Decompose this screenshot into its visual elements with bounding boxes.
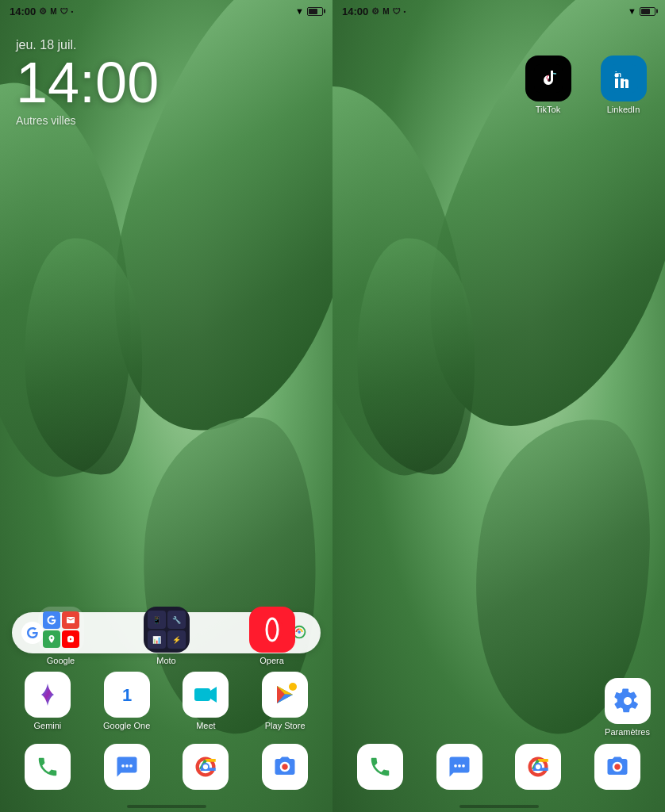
linkedin-label: LinkedIn (607, 105, 640, 114)
svg-point-25 (454, 764, 457, 768)
status-bar-left: 14:00 ⚙ M 🛡 • ▼ (0, 0, 332, 22)
maps-sub-icon (43, 630, 60, 648)
status-time-right: 14:00 (342, 6, 368, 17)
tiktok-label: TikTok (536, 105, 560, 114)
google-one-icon: 1 (104, 672, 150, 718)
app-opera[interactable]: Opera (242, 607, 302, 665)
bottom-dock-right (340, 737, 657, 796)
moto-sub-2: 🔧 (167, 611, 186, 629)
shield-icon-right: 🛡 (393, 7, 401, 16)
svg-point-10 (289, 683, 297, 691)
svg-rect-7 (194, 688, 210, 701)
app-google-folder[interactable]: Google (31, 607, 90, 665)
bottom-dock-left (8, 737, 325, 796)
google-folder-label: Google (47, 656, 75, 665)
dock-phone[interactable] (25, 744, 71, 790)
svg-point-2 (261, 619, 283, 641)
right-apps-top: TikTok in LinkedIn (518, 56, 653, 114)
motorola-icon-right: M (382, 7, 389, 16)
battery-icon-left (307, 7, 323, 16)
app-gemini[interactable]: Gemini (17, 672, 77, 730)
svg-point-11 (121, 764, 125, 768)
dot-icon-right: • (404, 8, 406, 15)
gmail-sub-icon (62, 611, 79, 629)
svg-point-23 (614, 74, 618, 78)
motorola-icon: M (50, 7, 56, 16)
youtube-sub-icon (62, 630, 79, 648)
battery-icon-right (640, 7, 655, 16)
status-bar-right: 14:00 ⚙ M 🛡 • ▼ (332, 0, 665, 22)
meet-label: Meet (196, 721, 215, 730)
play-store-icon (262, 672, 308, 718)
svg-point-17 (203, 764, 208, 769)
tiktok-icon (525, 56, 571, 102)
dock-camera[interactable] (262, 744, 308, 790)
app-meet[interactable]: Meet (176, 672, 236, 730)
dock-phone-right[interactable] (357, 744, 403, 790)
app-moto-folder[interactable]: 📱 🔧 📊 ⚡ Moto (136, 607, 196, 665)
gemini-icon (25, 672, 71, 718)
gemini-label: Gemini (33, 721, 61, 730)
app-grid-left: Google 📱 🔧 📊 ⚡ Moto (0, 607, 332, 737)
app-google-one[interactable]: 1 Google One (97, 672, 156, 730)
app-row-2: Gemini 1 Google One (8, 672, 325, 730)
play-store-label: Play Store (265, 721, 306, 730)
dot-icon: • (71, 8, 74, 15)
parametres-container: Paramètres (598, 678, 657, 737)
home-indicator-right (459, 805, 539, 808)
svg-point-31 (536, 764, 540, 769)
moto-folder-label: Moto (156, 656, 175, 665)
app-tiktok[interactable]: TikTok (518, 56, 578, 114)
widget-area: jeu. 18 juil. 14:00 Autres villes (0, 22, 332, 127)
svg-rect-21 (615, 79, 618, 88)
google-folder-icon (38, 607, 84, 653)
parametres-icon (605, 678, 651, 724)
dock-camera-right[interactable] (594, 744, 640, 790)
dock-messages-right[interactable] (436, 744, 482, 790)
svg-point-26 (458, 764, 461, 768)
wifi-icon-right: ▼ (628, 6, 636, 16)
dock-chrome[interactable] (183, 744, 229, 790)
meet-icon (183, 672, 229, 718)
left-phone-screen: 14:00 ⚙ M 🛡 • ▼ jeu. 18 juil. 14:00 Autr… (0, 0, 332, 812)
app-row-1: Google 📱 🔧 📊 ⚡ Moto (8, 607, 325, 665)
status-time-left: 14:00 (10, 6, 36, 17)
app-parametres[interactable]: Paramètres (598, 678, 657, 737)
google-one-label: Google One (103, 721, 150, 730)
shield-icon: 🛡 (60, 7, 68, 16)
opera-label: Opera (259, 656, 284, 665)
google-sub-icon (43, 611, 60, 629)
parametres-label: Paramètres (605, 727, 650, 737)
status-right-right: ▼ (628, 6, 655, 16)
status-right-left: ▼ (295, 6, 323, 16)
moto-sub-4: ⚡ (167, 630, 186, 649)
dock-messages[interactable] (104, 744, 150, 790)
gear-icon: ⚙ (39, 6, 47, 17)
moto-sub-1: 📱 (148, 611, 166, 629)
gear-icon-right: ⚙ (371, 6, 379, 17)
svg-point-12 (125, 764, 129, 768)
right-phone-screen: 14:00 ⚙ M 🛡 • ▼ (332, 0, 665, 812)
svg-point-27 (462, 764, 465, 768)
time-display: 14:00 (16, 54, 317, 111)
moto-sub-3: 📊 (148, 630, 166, 649)
svg-point-13 (129, 764, 133, 768)
wifi-icon: ▼ (295, 6, 304, 16)
home-indicator-left (127, 805, 206, 808)
linkedin-icon: in (601, 56, 647, 102)
moto-folder-icon: 📱 🔧 📊 ⚡ (144, 607, 190, 653)
svg-text:1: 1 (122, 685, 132, 705)
weather-display: Autres villes (16, 114, 317, 127)
app-linkedin[interactable]: in LinkedIn (594, 56, 653, 114)
app-play-store[interactable]: Play Store (256, 672, 315, 730)
dock-chrome-right[interactable] (515, 744, 561, 790)
opera-icon (249, 607, 295, 653)
